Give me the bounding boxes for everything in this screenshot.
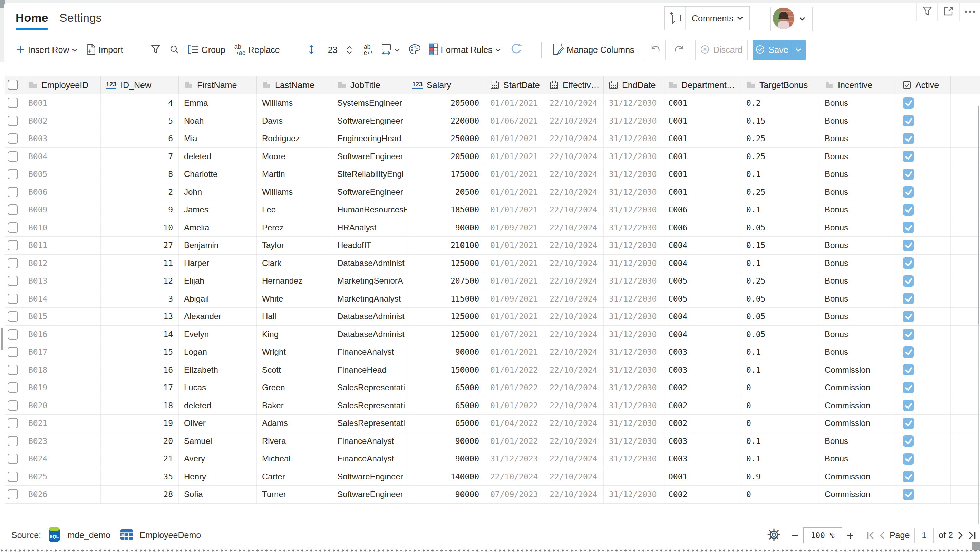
active-checkbox[interactable] bbox=[903, 275, 914, 287]
cell-StartDate[interactable]: 01/01/2022 bbox=[485, 397, 544, 415]
cell-Department[interactable]: C005 bbox=[663, 290, 741, 308]
cell-Department[interactable]: C006 bbox=[663, 219, 741, 237]
cell-Active[interactable] bbox=[897, 148, 951, 166]
cell-Department[interactable]: C003 bbox=[663, 343, 741, 361]
cell-LastName[interactable]: Baker bbox=[257, 397, 332, 415]
cell-Active[interactable] bbox=[897, 272, 951, 290]
row-select-checkbox[interactable] bbox=[8, 116, 18, 126]
cell-JobTitle[interactable]: DatabaseAdminist bbox=[332, 308, 407, 325]
cell-EndDate[interactable]: 31/12/2030 bbox=[604, 486, 663, 503]
cell-JobTitle[interactable]: SiteReliabilityEngi bbox=[332, 166, 407, 183]
cell-StartDate[interactable]: 01/01/2021 bbox=[485, 272, 544, 290]
row-select-checkbox[interactable] bbox=[8, 311, 18, 322]
select-all-header-cell[interactable] bbox=[5, 76, 23, 94]
cell-Active[interactable] bbox=[897, 130, 951, 147]
cell-TargetBonus[interactable]: 0.05 bbox=[741, 219, 819, 237]
cell-EndDate[interactable]: 31/12/2030 bbox=[604, 237, 663, 254]
cell-EmployeeID[interactable]: B003 bbox=[23, 130, 101, 147]
cell-Salary[interactable]: 205000 bbox=[407, 94, 485, 112]
cell-ID_New[interactable]: 9 bbox=[101, 201, 179, 219]
active-checkbox[interactable] bbox=[903, 169, 914, 180]
cell-JobTitle[interactable]: HumanResourcesH bbox=[332, 201, 407, 219]
cell-EndDate[interactable]: 31/12/2030 bbox=[604, 415, 663, 432]
active-checkbox[interactable] bbox=[903, 186, 914, 198]
row-select-cell[interactable] bbox=[5, 397, 23, 415]
cell-Salary[interactable]: 90000 bbox=[407, 432, 485, 450]
cell-Department[interactable]: C003 bbox=[663, 450, 741, 468]
cell-LastName[interactable]: King bbox=[257, 326, 332, 343]
active-checkbox[interactable] bbox=[903, 311, 914, 322]
global-filter-button[interactable] bbox=[917, 3, 937, 21]
cell-TargetBonus[interactable]: 0.15 bbox=[741, 112, 819, 130]
cell-FirstName[interactable]: Evelyn bbox=[179, 326, 257, 343]
cell-EndDate[interactable]: 31/12/2030 bbox=[604, 255, 663, 272]
cell-EndDate[interactable]: 31/12/2030 bbox=[604, 450, 663, 468]
cell-Department[interactable]: C006 bbox=[663, 201, 741, 219]
cell-EndDate[interactable]: 31/12/2030 bbox=[604, 272, 663, 290]
cell-EndDate[interactable]: 31/12/2030 bbox=[604, 326, 663, 343]
cell-Department[interactable]: C003 bbox=[663, 361, 741, 379]
search-button[interactable] bbox=[170, 45, 179, 56]
cell-LastName[interactable]: Moore bbox=[257, 148, 332, 166]
cell-EffectiveDate[interactable]: 22/10/2024 bbox=[544, 468, 604, 486]
cell-EndDate[interactable]: 31/12/2030 bbox=[604, 94, 663, 112]
row-select-checkbox[interactable] bbox=[8, 258, 18, 268]
row-select-checkbox[interactable] bbox=[8, 329, 18, 340]
cell-LastName[interactable]: Scott bbox=[257, 361, 332, 379]
cell-LastName[interactable]: Rivera bbox=[257, 432, 332, 450]
cell-Incentive[interactable]: Bonus bbox=[819, 112, 897, 130]
active-checkbox[interactable] bbox=[903, 204, 914, 215]
column-header-StartDate[interactable]: StartDate bbox=[485, 76, 544, 94]
cell-ID_New[interactable]: 13 bbox=[101, 308, 179, 325]
cell-ID_New[interactable]: 12 bbox=[101, 272, 179, 290]
active-checkbox[interactable] bbox=[903, 400, 914, 411]
cell-EmployeeID[interactable]: B002 bbox=[23, 112, 101, 130]
row-select-cell[interactable] bbox=[5, 219, 23, 237]
cell-FirstName[interactable]: Avery bbox=[179, 450, 257, 468]
cell-EffectiveDate[interactable]: 22/10/2024 bbox=[544, 255, 604, 272]
active-checkbox[interactable] bbox=[903, 293, 914, 304]
cell-EndDate[interactable] bbox=[604, 468, 663, 486]
row-select-cell[interactable] bbox=[5, 343, 23, 361]
row-select-checkbox[interactable] bbox=[8, 365, 18, 375]
cell-TargetBonus[interactable]: 0.1 bbox=[741, 361, 819, 379]
active-checkbox[interactable] bbox=[903, 453, 914, 464]
cell-FirstName[interactable]: Abigail bbox=[179, 290, 257, 308]
cell-EndDate[interactable]: 31/12/2030 bbox=[604, 343, 663, 361]
cell-StartDate[interactable]: 07/09/2023 bbox=[485, 486, 544, 503]
cell-LastName[interactable]: Rodriguez bbox=[257, 130, 332, 147]
cell-ID_New[interactable]: 28 bbox=[101, 486, 179, 503]
cell-Department[interactable]: C003 bbox=[663, 432, 741, 450]
cell-TargetBonus[interactable]: 0.9 bbox=[741, 468, 819, 486]
row-select-cell[interactable] bbox=[5, 432, 23, 450]
row-select-checkbox[interactable] bbox=[8, 222, 18, 233]
last-page-button[interactable] bbox=[968, 531, 976, 540]
row-select-checkbox[interactable] bbox=[8, 187, 18, 197]
cell-StartDate[interactable]: 01/01/2022 bbox=[485, 379, 544, 397]
cell-FirstName[interactable]: Elijah bbox=[179, 272, 257, 290]
active-checkbox[interactable] bbox=[903, 435, 914, 447]
cell-EffectiveDate[interactable]: 22/10/2024 bbox=[544, 237, 604, 254]
cell-ID_New[interactable]: 10 bbox=[101, 219, 179, 237]
active-checkbox[interactable] bbox=[903, 257, 914, 269]
cell-Active[interactable] bbox=[897, 290, 951, 308]
cell-EffectiveDate[interactable]: 22/10/2024 bbox=[544, 486, 604, 503]
row-select-checkbox[interactable] bbox=[8, 276, 18, 286]
cell-JobTitle[interactable]: DatabaseAdminist bbox=[332, 326, 407, 343]
tab-home[interactable]: Home bbox=[16, 11, 48, 30]
row-select-cell[interactable] bbox=[5, 450, 23, 468]
cell-LastName[interactable]: Wright bbox=[257, 343, 332, 361]
cell-Department[interactable]: C001 bbox=[663, 112, 741, 130]
cell-Active[interactable] bbox=[897, 326, 951, 343]
cell-TargetBonus[interactable]: 0.1 bbox=[741, 255, 819, 272]
page-number-input[interactable] bbox=[915, 528, 934, 543]
cell-Incentive[interactable]: Commission bbox=[819, 468, 897, 486]
cell-TargetBonus[interactable]: 0.1 bbox=[741, 201, 819, 219]
cell-StartDate[interactable]: 01/01/2021 bbox=[485, 148, 544, 166]
cell-Incentive[interactable]: Bonus bbox=[819, 290, 897, 308]
cell-EndDate[interactable]: 31/12/2030 bbox=[604, 361, 663, 379]
cell-JobTitle[interactable]: HeadofIT bbox=[332, 237, 407, 254]
source-table-name[interactable]: EmployeeDemo bbox=[140, 530, 201, 540]
cell-Department[interactable]: C002 bbox=[663, 486, 741, 503]
cell-Department[interactable]: D001 bbox=[663, 468, 741, 486]
